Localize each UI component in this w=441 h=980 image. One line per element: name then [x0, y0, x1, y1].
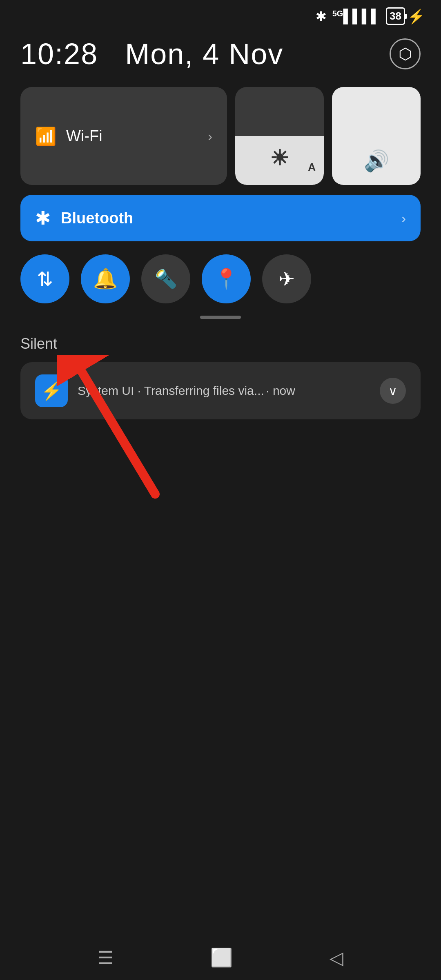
quick-toggles-row: ⇅ 🔔 🔦 📍 ✈ — [20, 254, 421, 303]
bluetooth-status-icon: ✱ — [316, 9, 327, 24]
status-bar: ✱ 5G▌▌▌▌ 38 ⚡ — [0, 0, 441, 29]
current-date: Mon, 4 Nov — [125, 38, 283, 70]
battery-icon: 38 — [386, 7, 405, 25]
network-type: 5G▌▌▌▌ — [332, 9, 380, 24]
top-tiles-row: 📶 Wi-Fi › ☀ A 🔊 — [20, 87, 421, 185]
notification-app-icon: ⚡ — [35, 374, 68, 407]
volume-icon: 🔊 — [364, 149, 389, 173]
tiles-grid: 📶 Wi-Fi › ☀ A 🔊 ✱ Bluetooth › — [20, 87, 421, 303]
status-icons: ✱ 5G▌▌▌▌ 38 ⚡ — [316, 7, 425, 25]
time-date-display: 10:28 Mon, 4 Nov — [20, 37, 283, 71]
wifi-icon: 📶 — [35, 126, 56, 146]
brightness-icon: ☀ — [270, 146, 289, 170]
location-toggle[interactable]: 📍 — [202, 254, 251, 303]
location-icon: 📍 — [214, 267, 238, 290]
current-time: 10:28 — [20, 38, 98, 70]
bluetooth-chevron[interactable]: › — [401, 210, 406, 226]
data-icon: ⇅ — [37, 267, 53, 290]
notification-time: now — [273, 384, 295, 397]
data-toggle[interactable]: ⇅ — [20, 254, 69, 303]
bluetooth-icon: ✱ — [35, 207, 51, 229]
notification-card[interactable]: ⚡ System UI · Transferring files via... … — [20, 362, 421, 419]
home-nav-icon[interactable]: ⬜ — [210, 947, 233, 968]
notification-title: System UI · Transferring files via... — [78, 384, 264, 397]
back-nav-icon[interactable]: ◁ — [330, 947, 343, 968]
bluetooth-tile[interactable]: ✱ Bluetooth › — [20, 195, 421, 241]
bell-toggle[interactable]: 🔔 — [81, 254, 130, 303]
torch-toggle[interactable]: 🔦 — [141, 254, 190, 303]
silent-label: Silent — [20, 335, 421, 352]
date-time-row: 10:28 Mon, 4 Nov ⬡ — [20, 37, 421, 71]
bluetooth-label: Bluetooth — [61, 209, 392, 227]
second-tiles-row: ✱ Bluetooth › — [20, 195, 421, 241]
settings-gear-button[interactable]: ⬡ — [390, 38, 421, 69]
usb-icon: ⚡ — [41, 381, 62, 401]
brightness-auto-label: A — [308, 161, 316, 174]
airplane-toggle[interactable]: ✈ — [262, 254, 311, 303]
wifi-chevron[interactable]: › — [208, 128, 212, 144]
airplane-icon: ✈ — [278, 267, 295, 290]
drag-handle — [200, 316, 241, 319]
charging-icon: ⚡ — [408, 8, 425, 24]
volume-slider[interactable]: 🔊 — [332, 87, 421, 185]
wifi-tile[interactable]: 📶 Wi-Fi › — [20, 87, 227, 185]
navigation-bar: ☰ ⬜ ◁ — [0, 935, 441, 980]
menu-nav-icon[interactable]: ☰ — [98, 947, 114, 968]
wifi-label: Wi-Fi — [66, 127, 198, 145]
bell-icon: 🔔 — [93, 267, 118, 290]
chevron-down-icon: ∨ — [388, 384, 397, 398]
gear-icon: ⬡ — [399, 45, 412, 63]
notification-content: System UI · Transferring files via... · … — [78, 384, 370, 398]
brightness-slider[interactable]: ☀ A — [235, 87, 324, 185]
quick-settings-panel: 10:28 Mon, 4 Nov ⬡ 📶 Wi-Fi › ☀ A 🔊 — [0, 29, 441, 319]
battery-level: 38 — [390, 10, 401, 22]
notification-expand-button[interactable]: ∨ — [380, 378, 406, 404]
battery-container: 38 ⚡ — [386, 7, 425, 25]
torch-icon: 🔦 — [155, 268, 177, 290]
notification-section: Silent ⚡ System UI · Transferring files … — [0, 319, 441, 419]
